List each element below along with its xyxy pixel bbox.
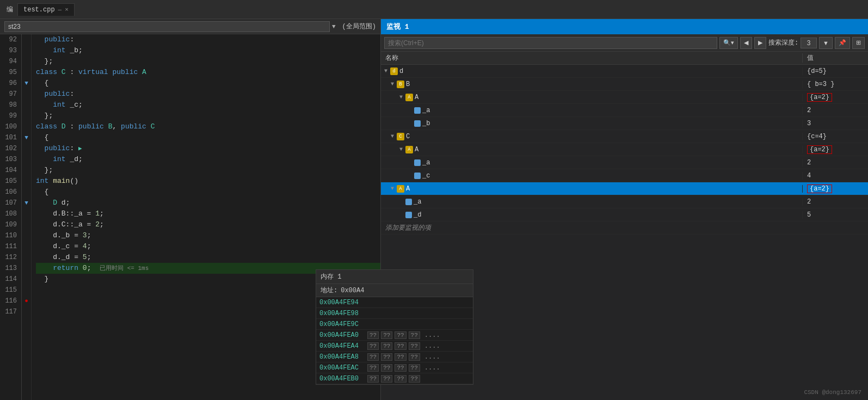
watch-row-B-A-a[interactable]: ▶ _a 2: [381, 104, 868, 117]
mem-bytes-6: ?? ?? ?? ??: [367, 364, 420, 372]
watch-val-C-A-a: 2: [803, 159, 868, 167]
mem-row-5: 0x00A4FEA8 ?? ?? ?? ?? ....: [316, 352, 473, 362]
obj-icon-B: B: [397, 81, 404, 88]
pin-btn[interactable]: 📌: [835, 37, 850, 49]
search-icon-btn[interactable]: 🔍▾: [719, 37, 738, 49]
watch-name-A: ▼ A A: [381, 185, 803, 193]
watch-name-B: ▼ B B: [381, 81, 803, 88]
mem-addr-1: 0x00A4FE98: [319, 310, 363, 317]
watch-search-input[interactable]: [384, 37, 717, 49]
add-watch-row[interactable]: 添加要监视的项: [381, 221, 868, 235]
dropdown-arrow[interactable]: ▼: [332, 23, 336, 30]
code-line-97: {: [36, 78, 380, 89]
nav-forward-btn[interactable]: ▶: [754, 37, 766, 49]
code-line-105: };: [36, 165, 380, 176]
file-tab-test-cpp[interactable]: test.cpp — ×: [17, 3, 75, 16]
watch-row-A-d[interactable]: ▶ _d 5: [381, 208, 868, 221]
mem-byte-4-0: ??: [367, 342, 379, 350]
watch-name-C-c: ▶ _c: [381, 172, 803, 180]
code-line-99: int _c;: [36, 100, 380, 110]
tab-pin[interactable]: —: [58, 7, 62, 13]
depth-input[interactable]: [801, 38, 817, 48]
mem-addr-6: 0x00A4FEAC: [319, 364, 363, 372]
mem-bytes-4: ?? ?? ?? ??: [367, 342, 420, 350]
watch-name-C-A-a: ▶ _a: [381, 159, 803, 167]
field-icon-A-d: [405, 212, 412, 218]
watch-name-label-C-A: A: [415, 146, 418, 153]
watch-name-B-b: ▶ _b: [381, 120, 803, 127]
obj-icon-C: C: [397, 133, 404, 140]
watch-row-C-A[interactable]: ▼ A A {a=2}: [381, 143, 868, 156]
field-icon-C-c: [414, 173, 421, 179]
watch-val-C-A: {a=2}: [803, 145, 868, 154]
memory-title: 内存 1: [321, 273, 341, 281]
mem-ascii-3: ....: [424, 331, 440, 339]
mem-byte-5-1: ??: [381, 353, 392, 361]
watch-val-A-d: 5: [803, 211, 868, 219]
watch-row-A-a[interactable]: ▶ _a 2: [381, 195, 868, 208]
expand-arrow-A[interactable]: ▼: [390, 186, 395, 192]
watch-row-d[interactable]: ▼ d d {d=5}: [381, 65, 868, 78]
mem-byte-6-3: ??: [409, 364, 420, 372]
watch-val-C: {c=4}: [803, 133, 868, 140]
memory-panel: 内存 1 地址: 0x00A4 0x00A4FE94 0x00A4FE98 0x…: [316, 269, 473, 385]
obj-icon-d: d: [390, 67, 398, 75]
watch-name-label-C-A-a: _a: [422, 159, 430, 167]
grid-btn[interactable]: ⊞: [852, 37, 865, 49]
mem-byte-7-1: ??: [381, 375, 392, 383]
code-line-96: class C : virtual public A: [36, 67, 380, 78]
code-toolbar: ▼ (全局范围): [0, 19, 380, 34]
field-icon-B-A-a: [414, 107, 421, 114]
mem-bytes-7: ?? ?? ?? ??: [367, 375, 420, 383]
mem-byte-4-3: ??: [409, 342, 420, 350]
location-input[interactable]: [4, 21, 330, 32]
code-line-104: int _d;: [36, 154, 380, 165]
mem-addr-7: 0x00A4FEB0: [319, 375, 363, 383]
code-line-98: public:: [36, 89, 380, 100]
watch-name-label-C: C: [406, 133, 410, 140]
watch-name-C-A: ▼ A A: [381, 146, 803, 153]
expand-arrow-B-A[interactable]: ▼: [398, 94, 404, 100]
mem-row-2: 0x00A4FE9C: [316, 319, 473, 330]
watch-panel-header: 监视 1: [381, 19, 868, 34]
code-line-94: };: [36, 56, 380, 67]
code-line-113: d._c = 4;: [36, 241, 380, 252]
code-line-92: public:: [36, 34, 380, 45]
mem-byte-7-0: ??: [367, 375, 379, 383]
mem-byte-4-2: ??: [395, 342, 406, 350]
watch-name-label-B-A: A: [415, 94, 418, 101]
memory-addr-bar: 地址: 0x00A4: [316, 284, 473, 297]
mem-byte-3-0: ??: [367, 331, 379, 339]
watch-row-C-c[interactable]: ▶ _c 4: [381, 169, 868, 182]
expand-arrow-C[interactable]: ▼: [390, 133, 395, 139]
mem-addr-4: 0x00A4FEA4: [319, 342, 363, 350]
expand-arrow-d[interactable]: ▼: [383, 68, 389, 74]
watch-row-B-b[interactable]: ▶ _b 3: [381, 117, 868, 130]
watch-name-label-A-a: _a: [414, 198, 421, 206]
mem-byte-6-2: ??: [395, 364, 406, 372]
nav-back-btn[interactable]: ◀: [740, 37, 752, 49]
mem-byte-3-1: ??: [381, 331, 392, 339]
field-icon-A-a: [405, 199, 412, 205]
expand-arrow-B[interactable]: ▼: [390, 81, 395, 87]
depth-dropdown-btn[interactable]: ▼: [819, 37, 833, 49]
watch-name-label-A-d: _d: [414, 211, 421, 219]
watch-row-B[interactable]: ▼ B B { b=3 }: [381, 78, 868, 91]
addr-label: 地址:: [321, 286, 337, 295]
watch-row-B-A[interactable]: ▼ A A {a=2}: [381, 91, 868, 104]
watch-row-C[interactable]: ▼ C C {c=4}: [381, 130, 868, 143]
watch-val-B-b: 3: [803, 120, 868, 127]
tab-close-button[interactable]: ×: [65, 7, 69, 13]
mem-byte-7-2: ??: [395, 375, 406, 383]
mem-ascii-5: ....: [424, 353, 440, 361]
watch-row-A[interactable]: ▼ A A {a=2}: [381, 182, 868, 195]
watch-name-label-C-c: _c: [422, 172, 430, 180]
memory-panel-header: 内存 1: [316, 270, 473, 284]
mem-bytes-5: ?? ?? ?? ??: [367, 353, 420, 361]
mem-row-1: 0x00A4FE98: [316, 308, 473, 319]
mem-byte-6-1: ??: [381, 364, 392, 372]
depth-label: 搜索深度:: [768, 38, 798, 47]
expand-arrow-C-A[interactable]: ▼: [398, 146, 404, 152]
watch-row-C-A-a[interactable]: ▶ _a 2: [381, 156, 868, 169]
watch-name-A-d: ▶ _d: [381, 211, 803, 219]
